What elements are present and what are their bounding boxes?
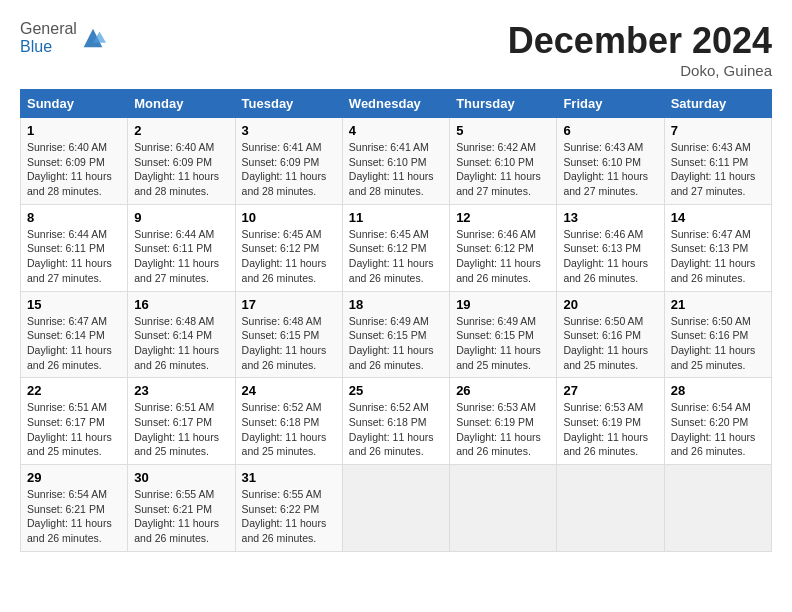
calendar-day-cell <box>342 465 449 552</box>
calendar-day-cell: 19 Sunrise: 6:49 AMSunset: 6:15 PMDaylig… <box>450 291 557 378</box>
calendar-week-row: 29 Sunrise: 6:54 AMSunset: 6:21 PMDaylig… <box>21 465 772 552</box>
day-detail: Sunrise: 6:43 AMSunset: 6:10 PMDaylight:… <box>563 140 657 199</box>
day-detail: Sunrise: 6:54 AMSunset: 6:21 PMDaylight:… <box>27 487 121 546</box>
calendar-week-row: 1 Sunrise: 6:40 AMSunset: 6:09 PMDayligh… <box>21 118 772 205</box>
day-number: 29 <box>27 470 121 485</box>
day-detail: Sunrise: 6:46 AMSunset: 6:13 PMDaylight:… <box>563 227 657 286</box>
calendar-day-cell: 14 Sunrise: 6:47 AMSunset: 6:13 PMDaylig… <box>664 204 771 291</box>
day-number: 5 <box>456 123 550 138</box>
day-number: 10 <box>242 210 336 225</box>
calendar-day-cell: 5 Sunrise: 6:42 AMSunset: 6:10 PMDayligh… <box>450 118 557 205</box>
day-number: 21 <box>671 297 765 312</box>
day-detail: Sunrise: 6:41 AMSunset: 6:10 PMDaylight:… <box>349 140 443 199</box>
day-detail: Sunrise: 6:47 AMSunset: 6:13 PMDaylight:… <box>671 227 765 286</box>
day-number: 12 <box>456 210 550 225</box>
calendar-day-cell: 29 Sunrise: 6:54 AMSunset: 6:21 PMDaylig… <box>21 465 128 552</box>
day-detail: Sunrise: 6:55 AMSunset: 6:22 PMDaylight:… <box>242 487 336 546</box>
day-number: 17 <box>242 297 336 312</box>
logo-icon <box>79 24 107 52</box>
day-number: 19 <box>456 297 550 312</box>
day-number: 18 <box>349 297 443 312</box>
day-number: 15 <box>27 297 121 312</box>
day-detail: Sunrise: 6:50 AMSunset: 6:16 PMDaylight:… <box>671 314 765 373</box>
day-number: 11 <box>349 210 443 225</box>
weekday-header-cell: Monday <box>128 90 235 118</box>
calendar-day-cell: 20 Sunrise: 6:50 AMSunset: 6:16 PMDaylig… <box>557 291 664 378</box>
calendar-week-row: 22 Sunrise: 6:51 AMSunset: 6:17 PMDaylig… <box>21 378 772 465</box>
weekday-header-cell: Saturday <box>664 90 771 118</box>
day-detail: Sunrise: 6:45 AMSunset: 6:12 PMDaylight:… <box>349 227 443 286</box>
calendar-day-cell: 9 Sunrise: 6:44 AMSunset: 6:11 PMDayligh… <box>128 204 235 291</box>
calendar-day-cell: 18 Sunrise: 6:49 AMSunset: 6:15 PMDaylig… <box>342 291 449 378</box>
calendar-day-cell: 27 Sunrise: 6:53 AMSunset: 6:19 PMDaylig… <box>557 378 664 465</box>
calendar-day-cell: 23 Sunrise: 6:51 AMSunset: 6:17 PMDaylig… <box>128 378 235 465</box>
month-title: December 2024 <box>508 20 772 62</box>
weekday-header-cell: Sunday <box>21 90 128 118</box>
day-number: 6 <box>563 123 657 138</box>
day-detail: Sunrise: 6:44 AMSunset: 6:11 PMDaylight:… <box>134 227 228 286</box>
day-number: 3 <box>242 123 336 138</box>
calendar-day-cell: 15 Sunrise: 6:47 AMSunset: 6:14 PMDaylig… <box>21 291 128 378</box>
day-detail: Sunrise: 6:52 AMSunset: 6:18 PMDaylight:… <box>349 400 443 459</box>
day-detail: Sunrise: 6:45 AMSunset: 6:12 PMDaylight:… <box>242 227 336 286</box>
day-number: 8 <box>27 210 121 225</box>
day-detail: Sunrise: 6:53 AMSunset: 6:19 PMDaylight:… <box>456 400 550 459</box>
day-number: 7 <box>671 123 765 138</box>
calendar-day-cell: 2 Sunrise: 6:40 AMSunset: 6:09 PMDayligh… <box>128 118 235 205</box>
calendar-day-cell: 13 Sunrise: 6:46 AMSunset: 6:13 PMDaylig… <box>557 204 664 291</box>
day-detail: Sunrise: 6:55 AMSunset: 6:21 PMDaylight:… <box>134 487 228 546</box>
day-detail: Sunrise: 6:46 AMSunset: 6:12 PMDaylight:… <box>456 227 550 286</box>
day-number: 27 <box>563 383 657 398</box>
day-detail: Sunrise: 6:54 AMSunset: 6:20 PMDaylight:… <box>671 400 765 459</box>
day-detail: Sunrise: 6:51 AMSunset: 6:17 PMDaylight:… <box>27 400 121 459</box>
day-detail: Sunrise: 6:43 AMSunset: 6:11 PMDaylight:… <box>671 140 765 199</box>
day-detail: Sunrise: 6:48 AMSunset: 6:15 PMDaylight:… <box>242 314 336 373</box>
day-detail: Sunrise: 6:40 AMSunset: 6:09 PMDaylight:… <box>134 140 228 199</box>
day-detail: Sunrise: 6:49 AMSunset: 6:15 PMDaylight:… <box>349 314 443 373</box>
day-detail: Sunrise: 6:42 AMSunset: 6:10 PMDaylight:… <box>456 140 550 199</box>
logo-blue: Blue <box>20 38 52 55</box>
title-block: December 2024 Doko, Guinea <box>508 20 772 79</box>
calendar-week-row: 8 Sunrise: 6:44 AMSunset: 6:11 PMDayligh… <box>21 204 772 291</box>
day-number: 25 <box>349 383 443 398</box>
day-number: 20 <box>563 297 657 312</box>
day-detail: Sunrise: 6:53 AMSunset: 6:19 PMDaylight:… <box>563 400 657 459</box>
calendar-day-cell: 11 Sunrise: 6:45 AMSunset: 6:12 PMDaylig… <box>342 204 449 291</box>
day-detail: Sunrise: 6:47 AMSunset: 6:14 PMDaylight:… <box>27 314 121 373</box>
calendar-day-cell: 21 Sunrise: 6:50 AMSunset: 6:16 PMDaylig… <box>664 291 771 378</box>
day-detail: Sunrise: 6:52 AMSunset: 6:18 PMDaylight:… <box>242 400 336 459</box>
calendar-week-row: 15 Sunrise: 6:47 AMSunset: 6:14 PMDaylig… <box>21 291 772 378</box>
day-detail: Sunrise: 6:50 AMSunset: 6:16 PMDaylight:… <box>563 314 657 373</box>
day-number: 14 <box>671 210 765 225</box>
calendar-day-cell: 31 Sunrise: 6:55 AMSunset: 6:22 PMDaylig… <box>235 465 342 552</box>
calendar-day-cell: 22 Sunrise: 6:51 AMSunset: 6:17 PMDaylig… <box>21 378 128 465</box>
day-number: 22 <box>27 383 121 398</box>
day-detail: Sunrise: 6:49 AMSunset: 6:15 PMDaylight:… <box>456 314 550 373</box>
calendar-day-cell: 7 Sunrise: 6:43 AMSunset: 6:11 PMDayligh… <box>664 118 771 205</box>
day-detail: Sunrise: 6:48 AMSunset: 6:14 PMDaylight:… <box>134 314 228 373</box>
weekday-header-cell: Thursday <box>450 90 557 118</box>
day-number: 26 <box>456 383 550 398</box>
day-detail: Sunrise: 6:41 AMSunset: 6:09 PMDaylight:… <box>242 140 336 199</box>
calendar-day-cell: 24 Sunrise: 6:52 AMSunset: 6:18 PMDaylig… <box>235 378 342 465</box>
location: Doko, Guinea <box>508 62 772 79</box>
day-number: 24 <box>242 383 336 398</box>
day-number: 1 <box>27 123 121 138</box>
calendar-day-cell <box>664 465 771 552</box>
weekday-header-cell: Friday <box>557 90 664 118</box>
calendar-day-cell: 26 Sunrise: 6:53 AMSunset: 6:19 PMDaylig… <box>450 378 557 465</box>
weekday-header-cell: Tuesday <box>235 90 342 118</box>
day-number: 28 <box>671 383 765 398</box>
day-number: 30 <box>134 470 228 485</box>
logo-general: General <box>20 20 77 37</box>
calendar-day-cell: 6 Sunrise: 6:43 AMSunset: 6:10 PMDayligh… <box>557 118 664 205</box>
day-number: 31 <box>242 470 336 485</box>
weekday-header-row: SundayMondayTuesdayWednesdayThursdayFrid… <box>21 90 772 118</box>
calendar-day-cell: 12 Sunrise: 6:46 AMSunset: 6:12 PMDaylig… <box>450 204 557 291</box>
calendar-day-cell: 17 Sunrise: 6:48 AMSunset: 6:15 PMDaylig… <box>235 291 342 378</box>
day-number: 9 <box>134 210 228 225</box>
day-number: 13 <box>563 210 657 225</box>
day-number: 4 <box>349 123 443 138</box>
day-number: 23 <box>134 383 228 398</box>
weekday-header-cell: Wednesday <box>342 90 449 118</box>
